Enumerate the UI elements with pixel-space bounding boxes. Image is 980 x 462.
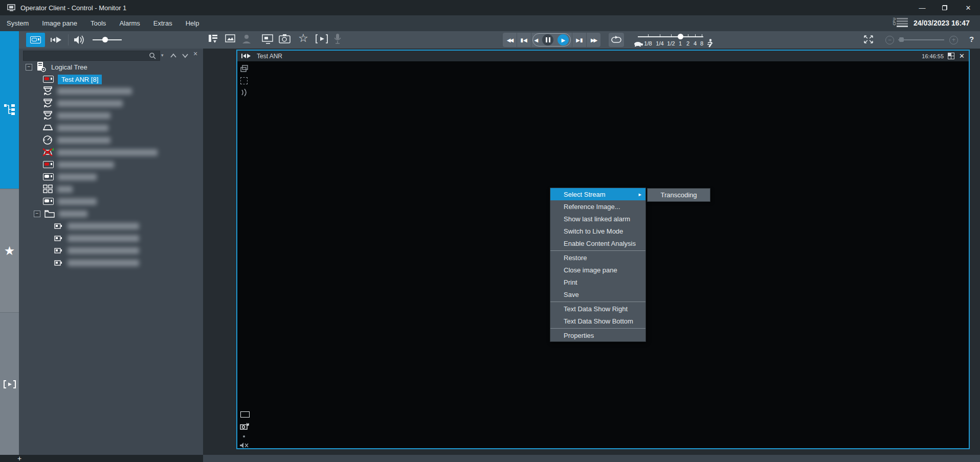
context-menu-item-properties[interactable]: Properties [550,329,645,341]
context-menu-item-save[interactable]: Save [550,288,645,301]
skip-start-icon: ▮◀ [521,37,527,43]
image-pane[interactable]: Test ANR 16:46:55 ✕ [236,50,970,449]
add-button[interactable]: + [15,454,24,462]
image-pane-mode-button[interactable] [26,33,45,47]
digital-zoom-slider-knob[interactable] [899,37,904,42]
fast-forward-button[interactable]: ▶▶ [587,33,600,47]
tree-item[interactable] [42,122,108,134]
muted-speaker-icon[interactable] [239,442,249,449]
tree-search-input[interactable] [23,51,160,61]
context-menu-item-text-data-show-bottom[interactable]: Text Data Show Bottom [550,315,645,327]
camera-small-icon [54,235,62,242]
search-close-button[interactable]: × [193,50,197,58]
sidebar-tab-bookmarks[interactable] [0,312,19,455]
context-submenu-transcoding[interactable]: Transcoding [647,188,710,202]
zoom-in-button[interactable]: + [949,36,958,44]
tree-item[interactable] [43,195,97,207]
tree-item[interactable] [43,171,97,183]
tree-item[interactable] [42,97,123,109]
context-menu-item-select-stream[interactable]: Select Stream ▸ [550,188,645,200]
tree-item-selected[interactable]: Test ANR [8] [43,73,102,85]
restore-button[interactable] [937,2,952,13]
camera-icon [43,198,54,205]
tree-item[interactable] [43,183,73,195]
collapse-icon[interactable]: − [34,211,40,217]
redacted-label [57,88,132,95]
skip-end-button[interactable]: ▶▮ [572,33,587,47]
restore-icon [942,5,947,10]
speed-label: 8 [700,40,703,47]
snapshot-button[interactable] [279,34,292,46]
close-pane-button[interactable]: ✕ [959,52,965,60]
search-next-button[interactable] [182,53,189,59]
search-previous-button[interactable] [170,53,177,59]
context-menu-item-switch-to-live-mode[interactable]: Switch to Live Mode [550,225,645,237]
microphone-button[interactable] [333,33,344,47]
favorite-button[interactable]: ☆ [298,32,308,45]
tree-item[interactable] [43,158,114,171]
pause-button[interactable] [542,34,553,45]
close-all-panes-button[interactable] [863,35,874,43]
sidebar-tab-logical-tree[interactable] [0,31,19,189]
menu-extras[interactable]: Extras [147,15,179,31]
sidebar-tab-favorites[interactable]: ★ [0,189,19,313]
fast-rewind-button[interactable]: ◀◀ [503,33,517,47]
menu-alarms[interactable]: Alarms [113,15,146,31]
fit-pane-icon[interactable] [240,77,248,84]
tree-item[interactable] [42,85,132,97]
speed-label: 1/4 [656,40,663,47]
minimize-button[interactable]: — [915,2,930,13]
monitor-wall-button[interactable] [262,34,275,46]
image-pane-button[interactable] [225,34,237,46]
menu-image-pane[interactable]: Image pane [35,15,84,31]
tree-item[interactable] [42,146,158,158]
context-menu-item-reference-image[interactable]: Reference Image... [550,200,645,213]
context-menu-item-text-data-show-right[interactable]: Text Data Show Right [550,303,645,315]
speed-slider-knob[interactable] [678,34,683,39]
bottom-bar-left [0,455,203,462]
pane-audio-icon[interactable] [240,88,248,97]
zoom-out-button[interactable]: − [885,36,894,44]
audio-volume-button[interactable] [73,34,85,46]
tree-child-item[interactable] [54,257,139,269]
search-options-dropdown[interactable]: ▾ [161,53,164,58]
skip-start-button[interactable]: ▮◀ [517,33,531,47]
tree-child-item[interactable] [54,244,139,257]
tree-item[interactable] [42,109,110,122]
image-pane-header[interactable]: Test ANR 16:46:55 ✕ [237,51,969,61]
collapse-icon[interactable]: − [26,64,32,71]
close-button[interactable]: ✕ [961,2,976,13]
tree-root-row[interactable]: − Logical Tree [26,61,87,73]
redacted-label [68,247,139,254]
copy-pane-icon[interactable] [240,65,248,72]
context-menu-item-restore[interactable]: Restore [550,251,645,264]
menu-help[interactable]: Help [179,15,206,31]
pane-border-tool-icon[interactable] [240,411,250,418]
loop-playback-button[interactable] [609,33,624,47]
camera-icon [43,173,54,180]
pane-layout-button[interactable] [208,34,220,46]
tree-folder-row[interactable]: − [34,207,87,220]
play-backward-button[interactable]: ◀ [534,37,539,43]
digital-zoom-slider-track[interactable] [898,39,944,40]
search-icon[interactable] [149,53,156,59]
volume-slider-knob[interactable] [102,37,108,42]
menu-system[interactable]: System [0,15,35,31]
maximize-pane-icon[interactable] [948,53,954,59]
tree-child-item[interactable] [54,232,139,244]
context-menu-item-print[interactable]: Print [550,276,645,288]
playback-pane-button[interactable] [316,34,329,46]
context-menu-item-enable-content-analysis[interactable]: Enable Content Analysis [550,237,645,249]
redacted-label [57,112,110,119]
play-button[interactable]: ▶ [558,34,569,45]
context-menu-item-show-last-linked-alarm[interactable]: Show last linked alarm [550,213,645,225]
help-button[interactable]: ? [969,35,974,43]
redacted-label [57,186,73,193]
tree-child-item[interactable] [54,220,139,232]
playback-mode-button[interactable] [49,34,64,46]
reference-image-icon[interactable] [240,423,249,430]
menu-tools[interactable]: Tools [84,15,113,31]
context-menu-item-close-image-pane[interactable]: Close image pane [550,264,645,276]
tree-item[interactable] [42,134,110,146]
operator-button[interactable] [241,34,254,46]
